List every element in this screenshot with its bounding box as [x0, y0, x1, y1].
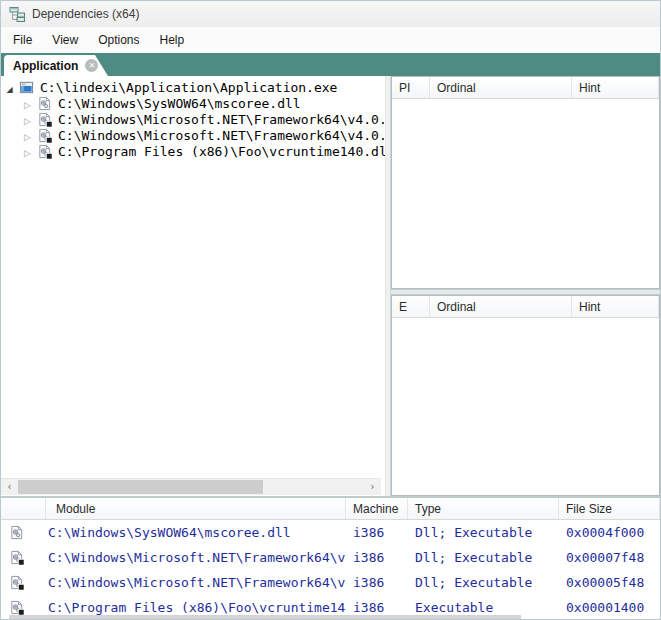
- tree-item-path: C:\Windows\Microsoft.NET\Framework64\v4.…: [58, 128, 385, 143]
- menu-options[interactable]: Options: [88, 28, 149, 52]
- expander-closed-icon[interactable]: [21, 144, 34, 159]
- menu-file[interactable]: File: [3, 28, 42, 52]
- dll-module-64-icon: [9, 600, 24, 615]
- module-type: Dll; Executable: [408, 575, 559, 590]
- column-header-pi[interactable]: PI: [392, 77, 430, 98]
- expander-closed-icon[interactable]: [21, 96, 34, 111]
- menu-bar: File View Options Help: [1, 27, 660, 53]
- module-machine: i386: [346, 525, 408, 540]
- module-row[interactable]: C:\Windows\Microsoft.NET\Framework64\v4.…: [1, 545, 660, 570]
- exports-header: E Ordinal Hint: [392, 296, 659, 318]
- scrollbar-thumb[interactable]: [18, 480, 263, 494]
- dependency-tree: C:\lindexi\Application\Application.exe C…: [1, 76, 385, 159]
- column-header-hint[interactable]: Hint: [572, 296, 659, 317]
- menu-view[interactable]: View: [42, 28, 88, 52]
- tree-item[interactable]: C:\Windows\Microsoft.NET\Framework64\v4.…: [1, 111, 385, 127]
- column-header-filesize[interactable]: File Size: [559, 498, 660, 519]
- module-path: C:\Windows\Microsoft.NET\Framework64\v4.: [46, 550, 346, 565]
- tree-item[interactable]: C:\Windows\SysWOW64\mscoree.dll: [1, 95, 385, 111]
- dll-module-64-icon: [9, 550, 24, 565]
- dll-module-icon: [9, 525, 24, 540]
- menu-help[interactable]: Help: [150, 28, 195, 52]
- imports-panel: PI Ordinal Hint: [391, 76, 660, 289]
- module-machine: i386: [346, 575, 408, 590]
- column-header-hint[interactable]: Hint: [572, 77, 659, 98]
- module-machine: i386: [346, 600, 408, 615]
- module-path: C:\Program Files (x86)\Foo\vcruntime140.: [46, 600, 346, 615]
- module-row[interactable]: C:\Windows\Microsoft.NET\Framework64\v4.…: [1, 570, 660, 595]
- tree-item-path: C:\Windows\Microsoft.NET\Framework64\v4.…: [58, 112, 385, 127]
- module-filesize: 0x00005f48: [559, 575, 660, 590]
- module-filesize: 0x00001400: [559, 600, 660, 615]
- modules-header: Module Machine Type File Size: [1, 498, 660, 520]
- column-header-type[interactable]: Type: [408, 498, 559, 519]
- module-type: Executable: [408, 600, 559, 615]
- module-machine: i386: [346, 550, 408, 565]
- column-header-ordinal[interactable]: Ordinal: [430, 77, 572, 98]
- scroll-left-icon[interactable]: ‹: [1, 479, 18, 495]
- expander-open-icon[interactable]: [3, 80, 16, 95]
- module-filesize: 0x0004f000: [559, 525, 660, 540]
- window-title: Dependencies (x64): [32, 7, 139, 21]
- modules-horizontal-scrollbar[interactable]: [9, 615, 521, 619]
- tree-item-path: C:\lindexi\Application\Application.exe: [40, 80, 337, 95]
- column-header-module[interactable]: Module: [46, 498, 346, 519]
- column-header-icon[interactable]: [1, 498, 46, 519]
- exports-panel: E Ordinal Hint: [391, 295, 660, 496]
- scroll-right-icon[interactable]: ›: [364, 479, 381, 495]
- title-bar[interactable]: Dependencies (x64): [1, 1, 660, 27]
- module-type: Dll; Executable: [408, 525, 559, 540]
- tree-item[interactable]: C:\lindexi\Application\Application.exe: [1, 79, 385, 95]
- dependency-tree-panel: C:\lindexi\Application\Application.exe C…: [1, 76, 385, 496]
- expander-closed-icon[interactable]: [21, 112, 34, 127]
- expander-closed-icon[interactable]: [21, 128, 34, 143]
- imports-header: PI Ordinal Hint: [392, 77, 659, 99]
- dll-module-64-icon: [9, 575, 24, 590]
- tree-horizontal-scrollbar[interactable]: ‹ ›: [1, 478, 381, 495]
- dll-module-64-icon: [37, 144, 52, 159]
- module-filesize: 0x00007f48: [559, 550, 660, 565]
- dll-module-64-icon: [37, 112, 52, 127]
- tab-strip: Application: [1, 53, 660, 76]
- tab-application[interactable]: Application: [4, 55, 108, 76]
- tree-item-path: C:\Program Files (x86)\Foo\vcruntime140.…: [58, 144, 385, 159]
- app-logo-icon: [9, 6, 25, 22]
- module-type: Dll; Executable: [408, 550, 559, 565]
- column-header-machine[interactable]: Machine: [346, 498, 408, 519]
- tree-item[interactable]: C:\Program Files (x86)\Foo\vcruntime140.…: [1, 143, 385, 159]
- app-window-icon: [19, 80, 34, 95]
- column-header-ordinal[interactable]: Ordinal: [430, 296, 572, 317]
- tab-label: Application: [13, 59, 78, 73]
- column-header-e[interactable]: E: [392, 296, 430, 317]
- module-path: C:\Windows\Microsoft.NET\Framework64\v4.: [46, 575, 346, 590]
- tree-item-path: C:\Windows\SysWOW64\mscoree.dll: [58, 96, 301, 111]
- modules-panel: Module Machine Type File Size C:\Windows…: [1, 498, 660, 619]
- dll-module-icon: [37, 96, 52, 111]
- module-row[interactable]: C:\Windows\SysWOW64\mscoree.dll i386 Dll…: [1, 520, 660, 545]
- app-window: Dependencies (x64) File View Options Hel…: [0, 0, 661, 620]
- module-path: C:\Windows\SysWOW64\mscoree.dll: [46, 525, 346, 540]
- tree-item[interactable]: C:\Windows\Microsoft.NET\Framework64\v4.…: [1, 127, 385, 143]
- tab-close-icon[interactable]: [85, 59, 98, 72]
- dll-module-64-icon: [37, 128, 52, 143]
